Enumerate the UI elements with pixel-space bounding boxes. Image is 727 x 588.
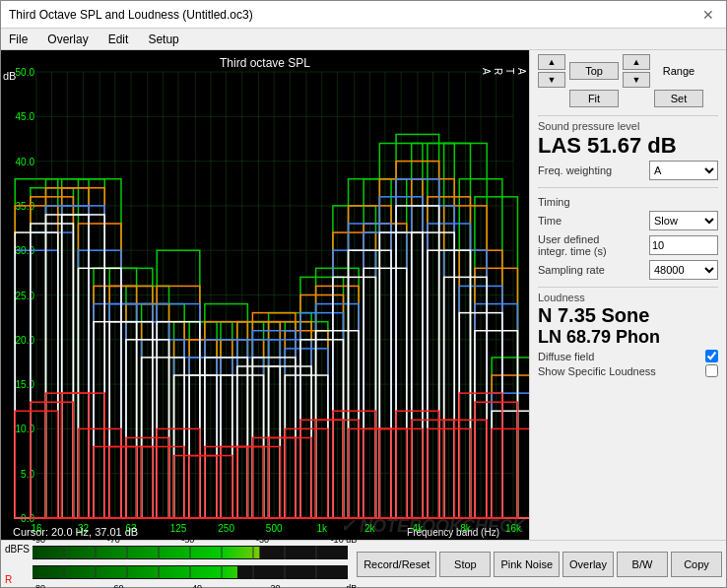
main-window: Third Octave SPL and Loudness (Untitled.… [0, 0, 727, 588]
set-button[interactable]: Set [654, 90, 703, 107]
bottom-bar: dBFS -90 -70 -50 -30 -10 dB R [1, 540, 726, 587]
diffuse-field-label: Diffuse field [538, 351, 594, 362]
right-panel: ▲ ▼ Top ▲ ▼ Range Fit Set Sound pressure… [529, 50, 726, 540]
user-time-row: User definedintegr. time (s) [538, 233, 718, 257]
timing-section: Timing Time Fast Slow Impulse User defin… [538, 187, 718, 283]
loudness-section: Loudness N 7.35 Sone LN 68.79 Phon Diffu… [538, 287, 718, 379]
top-button[interactable]: Top [569, 62, 619, 80]
spl-value: LAS 51.67 dB [538, 134, 718, 158]
freq-weighting-label: Freq. weighting [538, 164, 612, 176]
bottom-buttons: Record/Reset Stop Pink Noise Overlay B/W… [357, 552, 722, 577]
freq-weighting-row: Freq. weighting A B C Z [538, 161, 718, 180]
user-time-input[interactable] [649, 235, 718, 255]
x-axis-label: Frequency band (Hz) [407, 527, 519, 540]
meter-bottom-canvas [33, 565, 348, 579]
menu-overlay[interactable]: Overlay [43, 32, 92, 47]
copy-button[interactable]: Copy [671, 552, 722, 577]
tick-minus10-db: -10 dB [331, 535, 358, 545]
pink-noise-button[interactable]: Pink Noise [494, 552, 560, 577]
diffuse-field-checkbox[interactable] [705, 350, 718, 362]
time-row: Time Fast Slow Impulse [538, 211, 718, 230]
spl-section: Sound pressure level LAS 51.67 dB Freq. … [538, 115, 718, 183]
level-meter: dBFS -90 -70 -50 -30 -10 dB R [5, 535, 357, 588]
show-specific-label: Show Specific Loudness [538, 365, 656, 377]
tick-minus20: -20 [268, 583, 281, 588]
loudness-title: Loudness [538, 292, 718, 303]
record-reset-button[interactable]: Record/Reset [357, 552, 436, 577]
menu-file[interactable]: File [5, 32, 32, 47]
diffuse-field-row: Diffuse field [538, 350, 718, 362]
range-down-button[interactable]: ▼ [623, 72, 650, 88]
loudness-ln-value: LN 68.79 Phon [538, 327, 718, 348]
fit-button[interactable]: Fit [569, 90, 619, 107]
timing-section-title: Timing [538, 196, 718, 208]
tick-db: dB [346, 583, 357, 588]
r-label: R [5, 574, 33, 585]
fit-set-controls: Fit Set [538, 90, 718, 107]
main-content: Third octave SPL ARTA Cursor: 20.0 Hz, 3… [1, 50, 726, 540]
range-label: Range [654, 62, 703, 80]
top-down-button[interactable]: ▼ [538, 72, 565, 88]
tick-minus30: -30 [256, 535, 269, 545]
window-title: Third Octave SPL and Loudness (Untitled.… [9, 8, 253, 22]
user-time-label: User definedintegr. time (s) [538, 233, 607, 257]
tick-minus50: -50 [181, 535, 194, 545]
time-select[interactable]: Fast Slow Impulse [649, 211, 718, 230]
tick-minus90: -90 [33, 535, 45, 545]
menu-bar: File Overlay Edit Setup [1, 29, 726, 50]
sampling-rate-row: Sampling rate 44100 48000 96000 [538, 260, 718, 280]
chart-title: Third octave SPL [1, 52, 529, 72]
chart-area: Third octave SPL ARTA Cursor: 20.0 Hz, 3… [1, 50, 529, 540]
dbfs-label: dBFS [5, 544, 33, 555]
range-btn-group: ▲ ▼ [623, 54, 650, 88]
tick-minus70: -70 [107, 535, 120, 545]
spl-section-title: Sound pressure level [538, 120, 718, 132]
bw-button[interactable]: B/W [617, 552, 668, 577]
tick-minus60: -60 [111, 583, 124, 588]
title-bar: Third Octave SPL and Loudness (Untitled.… [1, 1, 726, 29]
show-specific-checkbox[interactable] [705, 364, 718, 377]
stop-button[interactable]: Stop [439, 552, 491, 577]
overlay-button[interactable]: Overlay [562, 552, 614, 577]
chart-canvas [1, 50, 529, 540]
sampling-rate-label: Sampling rate [538, 264, 605, 276]
sampling-rate-select[interactable]: 44100 48000 96000 [649, 260, 718, 280]
freq-weighting-select[interactable]: A B C Z [649, 161, 718, 180]
loudness-n-value: N 7.35 Sone [538, 303, 718, 327]
top-controls: ▲ ▼ Top ▲ ▼ Range [538, 54, 718, 88]
top-btn-group: ▲ ▼ [538, 54, 565, 88]
tick-minus80: -80 [33, 583, 45, 588]
tick-minus40: -40 [189, 583, 202, 588]
top-up-button[interactable]: ▲ [538, 54, 565, 70]
time-label: Time [538, 215, 562, 227]
menu-setup[interactable]: Setup [144, 32, 182, 47]
show-specific-row: Show Specific Loudness [538, 364, 718, 377]
range-up-button[interactable]: ▲ [623, 54, 650, 70]
meter-top-canvas [33, 546, 348, 559]
close-button[interactable]: ✕ [698, 7, 718, 23]
menu-edit[interactable]: Edit [104, 32, 133, 47]
